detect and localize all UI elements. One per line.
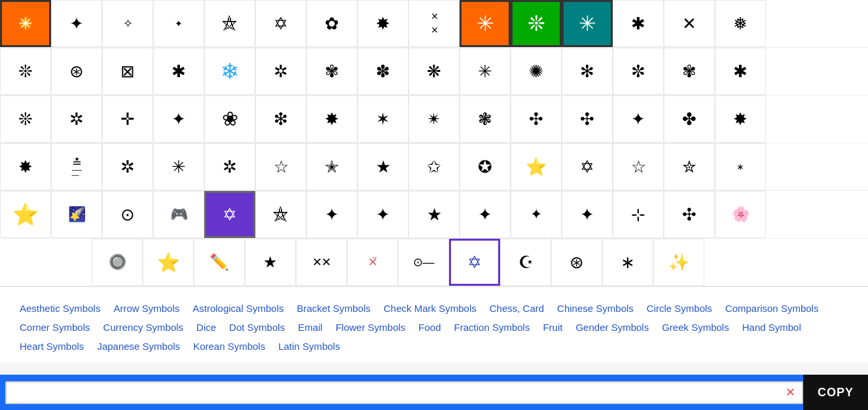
- symbol-cell[interactable]: ✸: [0, 143, 51, 190]
- symbol-cell[interactable]: ✪: [460, 143, 511, 190]
- symbol-cell[interactable]: ✳: [460, 48, 511, 95]
- symbol-cell[interactable]: ✦: [357, 191, 408, 238]
- symbol-cell[interactable]: ⊠: [102, 48, 153, 95]
- category-link-dice[interactable]: Dice: [190, 318, 223, 337]
- symbol-cell[interactable]: ✮: [664, 143, 715, 190]
- symbol-cell[interactable]: ❅: [715, 0, 766, 47]
- symbol-cell[interactable]: ✶: [357, 95, 408, 143]
- symbol-cell[interactable]: ✦: [51, 0, 102, 47]
- symbol-cell[interactable]: ✲: [51, 95, 102, 143]
- symbol-cell[interactable]: ✣: [562, 95, 613, 143]
- symbol-cell[interactable]: ✦: [562, 191, 613, 238]
- category-link-comparison[interactable]: Comparison Symbols: [719, 299, 825, 318]
- symbol-cell[interactable]: ⭐: [511, 143, 562, 190]
- symbol-cell[interactable]: ✱: [715, 48, 766, 95]
- symbol-cell[interactable]: ❊: [0, 48, 51, 95]
- symbol-cell[interactable]: ⭐: [0, 191, 51, 238]
- extra-cell[interactable]: ★: [245, 239, 296, 286]
- category-link-flower[interactable]: Flower Symbols: [329, 318, 412, 337]
- extra-cell[interactable]: ⊛: [551, 239, 602, 286]
- symbol-cell[interactable]: ★: [408, 191, 460, 238]
- symbol-cell[interactable]: ✦: [511, 191, 562, 238]
- category-link-heart[interactable]: Heart Symbols: [13, 337, 90, 356]
- extra-cell[interactable]: ∗: [602, 239, 653, 286]
- symbol-cell[interactable]: ✱: [613, 0, 664, 47]
- symbol-cell[interactable]: ✲: [102, 143, 153, 190]
- extra-cell[interactable]: 🔘: [92, 239, 143, 286]
- symbol-cell[interactable]: ✳: [460, 0, 511, 47]
- extra-cell[interactable]: ⊙—: [398, 239, 449, 286]
- symbol-cell[interactable]: ✡: [204, 191, 255, 238]
- symbol-cell[interactable]: ✭: [306, 143, 357, 190]
- symbol-cell[interactable]: ❋: [408, 48, 460, 95]
- extra-cell[interactable]: ✏️: [194, 239, 245, 286]
- category-link-korean[interactable]: Korean Symbols: [187, 337, 272, 356]
- category-link-corner[interactable]: Corner Symbols: [13, 318, 97, 337]
- symbol-cell[interactable]: 🎮: [153, 191, 204, 238]
- symbol-cell[interactable]: ✤: [664, 95, 715, 143]
- extra-cell[interactable]: ✨: [653, 239, 704, 286]
- symbol-cell[interactable]: ❄: [204, 48, 255, 95]
- symbol-cell[interactable]: ✾: [664, 48, 715, 95]
- symbol-cell[interactable]: ✸: [357, 0, 408, 47]
- symbol-cell[interactable]: ✳: [0, 0, 51, 47]
- symbol-cell[interactable]: ✣: [511, 95, 562, 143]
- category-link-hand[interactable]: Hand Symbol: [736, 318, 808, 337]
- category-link-currency[interactable]: Currency Symbols: [97, 318, 190, 337]
- symbol-cell[interactable]: ✴: [408, 95, 460, 143]
- symbol-cell[interactable]: ✦: [613, 95, 664, 143]
- category-link-email[interactable]: Email: [291, 318, 329, 337]
- category-link-chess[interactable]: Chess, Card: [483, 299, 551, 318]
- symbol-cell[interactable]: ✳: [562, 0, 613, 47]
- extra-cell[interactable]: ✕̈: [347, 239, 398, 286]
- extra-cell[interactable]: ⭐: [143, 239, 194, 286]
- symbol-cell[interactable]: ✼: [613, 48, 664, 95]
- symbol-cell[interactable]: ✿: [306, 0, 357, 47]
- symbol-cell[interactable]: ✦: [460, 191, 511, 238]
- category-link-fraction[interactable]: Fraction Symbols: [448, 318, 537, 337]
- symbol-cell[interactable]: ✲: [204, 143, 255, 190]
- symbol-cell[interactable]: ✳: [153, 143, 204, 190]
- symbol-cell[interactable]: ☆: [613, 143, 664, 190]
- symbol-cell[interactable]: ✦: [153, 0, 204, 47]
- symbol-cell[interactable]: ∗: [715, 143, 766, 190]
- category-link-food[interactable]: Food: [412, 318, 447, 337]
- symbol-cell[interactable]: ❀: [204, 95, 255, 143]
- category-link-bracket[interactable]: Bracket Symbols: [290, 299, 377, 318]
- symbol-cell[interactable]: ✱: [153, 48, 204, 95]
- symbol-cell[interactable]: ❊: [0, 95, 51, 143]
- category-link-fruit[interactable]: Fruit: [536, 318, 569, 337]
- symbol-cell[interactable]: ≛—: [51, 143, 102, 190]
- category-link-dot[interactable]: Dot Symbols: [223, 318, 291, 337]
- symbol-cell[interactable]: ✕: [664, 0, 715, 47]
- symbol-cell[interactable]: ✽: [357, 48, 408, 95]
- symbol-cell[interactable]: ⊙: [102, 191, 153, 238]
- symbol-cell[interactable]: ✦: [153, 95, 204, 143]
- symbol-cell[interactable]: ✣: [664, 191, 715, 238]
- symbol-cell[interactable]: ❃: [460, 95, 511, 143]
- symbol-cell[interactable]: ☆: [255, 143, 306, 190]
- symbol-cell[interactable]: ⛤: [204, 0, 255, 47]
- symbol-cell[interactable]: ⊹: [613, 191, 664, 238]
- symbol-cell[interactable]: 🌸: [715, 191, 766, 238]
- category-link-japanese[interactable]: Japanese Symbols: [90, 337, 187, 356]
- symbol-cell[interactable]: ✡: [562, 143, 613, 190]
- symbol-cell[interactable]: ✦: [306, 191, 357, 238]
- symbol-cell[interactable]: ⛤: [255, 191, 306, 238]
- category-link-gender[interactable]: Gender Symbols: [569, 318, 655, 337]
- symbol-cell[interactable]: ★: [357, 143, 408, 190]
- symbol-cell[interactable]: ✺: [511, 48, 562, 95]
- category-link-circle[interactable]: Circle Symbols: [640, 299, 719, 318]
- symbol-cell[interactable]: ✾: [306, 48, 357, 95]
- symbol-cell[interactable]: ✲: [255, 48, 306, 95]
- symbol-cell[interactable]: 🌠: [51, 191, 102, 238]
- symbol-cell[interactable]: ✸: [306, 95, 357, 143]
- category-link-arrow[interactable]: Arrow Symbols: [107, 299, 186, 318]
- symbol-cell[interactable]: ××: [408, 0, 460, 47]
- category-link-checkmark[interactable]: Check Mark Symbols: [377, 299, 483, 318]
- symbol-cell[interactable]: ✻: [562, 48, 613, 95]
- extra-cell[interactable]: ✡: [449, 239, 500, 286]
- category-link-chinese[interactable]: Chinese Symbols: [551, 299, 640, 318]
- symbol-cell[interactable]: ✧: [102, 0, 153, 47]
- symbol-cell[interactable]: ✸: [715, 95, 766, 143]
